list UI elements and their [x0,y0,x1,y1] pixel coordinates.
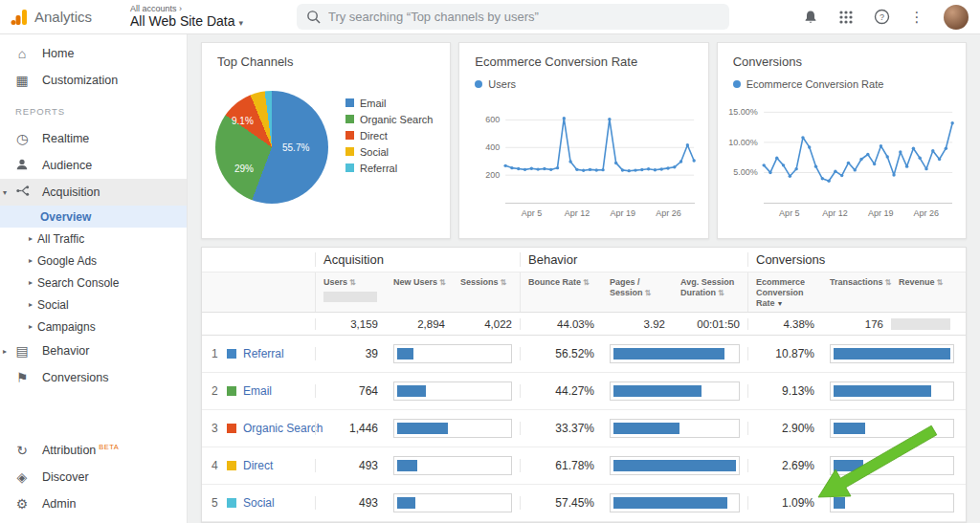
cvr-value: 2.90% [747,422,822,435]
table-row: 4Direct 493 61.78% 2.69% [202,447,966,485]
sort-icon: ⇅ [937,278,944,287]
more-options-kebab-icon[interactable]: ⋮ [908,9,925,26]
cvr-bar [834,348,950,360]
channel-swatch [227,424,236,433]
notifications-bell-icon[interactable] [802,9,819,26]
search-input[interactable] [328,10,711,24]
column-header-new-users[interactable]: New Users⇅ [386,272,453,312]
chevron-right-icon: ▸ [29,322,33,331]
brand-name: Analytics [34,9,92,25]
chart-legend: Ecommerce Conversion Rate [733,78,950,90]
bounce-rate-value: 33.37% [520,422,602,435]
line-chart-svg [505,106,694,203]
sidebar-item-attribution[interactable]: ↻ Attribution BETA [0,437,187,464]
users-bar-cell [386,493,520,512]
top-channels-pie[interactable]: 55.7% 29% 9.1% [215,91,328,204]
column-header-pages-session[interactable]: Pages / Session⇅ [602,272,673,312]
help-icon[interactable]: ? [873,9,890,26]
users-bar [397,348,413,360]
column-header-revenue[interactable]: Revenue⇅ [891,272,962,312]
chevron-right-icon: ▸ [29,300,33,309]
redacted-placeholder [323,292,377,302]
legend-item[interactable]: Direct [345,127,433,143]
table-row: 1Referral 39 56.52% 10.87% [202,336,966,373]
channels-table: Acquisition Behavior Conversions Users⇅ … [201,247,967,523]
legend-item[interactable]: Organic Search [345,111,433,127]
sort-icon: ⇅ [718,289,724,297]
sidebar-item-discover[interactable]: ◈ Discover [0,464,187,490]
top-bar: Analytics All accounts › All Web Site Da… [0,0,980,34]
channel-link[interactable]: Email [243,384,272,398]
cvr-bar [834,385,931,397]
legend-item[interactable]: Referral [345,160,433,176]
search-box[interactable] [297,4,729,30]
bounce-bar-cell [602,381,747,401]
pie-slice-label: 55.7% [282,142,309,153]
sidebar-item-behavior[interactable]: ▸ ▤ Behavior [0,338,187,364]
sidebar-item-google-ads[interactable]: ▸ Google Ads [0,250,187,272]
legend-item[interactable]: Email [345,95,433,111]
users-value: 39 [315,347,386,360]
cvr-value: 9.13% [747,384,822,398]
channel-link[interactable]: Social [243,496,275,510]
line-chart-svg [764,106,952,203]
totals-new-users: 2,894 [386,318,453,330]
conversions-chart-card: Conversions Ecommerce Conversion Rate 5.… [717,42,967,239]
sidebar-item-admin[interactable]: ⚙ Admin [0,490,187,517]
column-header-sessions[interactable]: Sessions⇅ [453,272,520,312]
account-switcher[interactable]: All accounts › All Web Site Data ▾ [130,5,243,28]
legend-item[interactable]: Social [345,143,433,160]
bounce-bar-cell [602,419,747,438]
cvr-value: 2.69% [747,459,822,472]
sidebar-label: Realtime [42,132,89,145]
users-bar [397,460,417,471]
sidebar-item-social[interactable]: ▸ Social [0,294,187,316]
analytics-logo-icon [10,8,29,27]
channel-swatch [227,349,236,359]
bounce-rate-value: 57.45% [520,496,602,510]
bounce-bar [613,497,727,509]
totals-cvr: 4.38% [747,318,822,330]
chevron-down-icon: ▾ [3,188,7,197]
column-header-users[interactable]: Users⇅ [315,272,386,312]
sidebar-item-all-traffic[interactable]: ▸ All Traffic [0,228,187,250]
sidebar-label: Conversions [42,371,108,384]
sidebar-item-customization[interactable]: ▦ Customization [0,67,187,94]
cvr-bar [834,497,845,509]
sidebar-item-acquisition[interactable]: ▾ Acquisition [0,179,187,206]
channel-swatch [227,498,236,508]
sidebar-item-campaigns[interactable]: ▸ Campaigns [0,316,187,338]
chevron-right-icon: ▸ [29,278,33,287]
channel-swatch [227,461,236,470]
apps-grid-icon[interactable] [837,9,855,26]
column-header-transactions[interactable]: Transactions⇅ [822,272,891,312]
sidebar-item-home[interactable]: ⌂ Home [0,40,187,67]
column-header-avg-session-duration[interactable]: Avg. Session Duration⇅ [673,272,747,312]
sidebar-label: Campaigns [37,320,96,334]
chart-legend: Users [475,78,692,90]
sidebar-item-conversions[interactable]: ⚑ Conversions [0,364,187,391]
discover-icon: ◈ [13,469,31,485]
user-avatar[interactable] [944,5,969,30]
channel-link[interactable]: Referral [243,347,284,360]
table-column-header-row: Users⇅ New Users⇅ Sessions⇅ Bounce Rate⇅… [202,272,966,313]
totals-sessions: 4,022 [453,318,520,330]
channel-link[interactable]: Organic Search [243,422,323,435]
bounce-bar [613,348,724,360]
sidebar-label: All Traffic [37,232,84,246]
sidebar-item-search-console[interactable]: ▸ Search Console [0,272,187,294]
bounce-bar [613,460,736,471]
channel-link[interactable]: Direct [243,459,273,472]
sidebar-label: Attribution [42,444,96,457]
sidebar-label: Home [42,47,74,60]
analytics-logo[interactable]: Analytics [0,8,92,27]
column-header-ecommerce-conversion-rate[interactable]: Ecommerce Conversion Rate▼ [747,272,822,312]
chevron-right-icon: ▸ [29,256,33,265]
card-title: Conversions [733,54,950,69]
users-bar-cell [386,381,520,401]
sidebar-item-audience[interactable]: Audience [0,152,187,179]
cvr-bar-cell [822,344,962,363]
sidebar-item-overview[interactable]: Overview [0,206,187,228]
sidebar-item-realtime[interactable]: ◷ Realtime [0,125,187,152]
column-header-bounce-rate[interactable]: Bounce Rate⇅ [520,272,602,312]
